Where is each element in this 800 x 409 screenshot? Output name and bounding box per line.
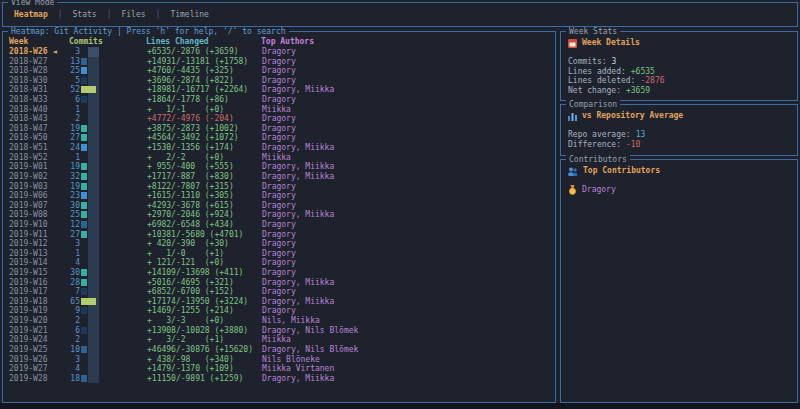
table-row[interactable]: 2019-W131+ 1/-0 (+1)Dragory [9, 249, 555, 259]
table-row[interactable]: 2019-W0730+4293/-3678 (+615)Dragory [9, 201, 555, 211]
col-header-lines: Lines Changed [146, 37, 261, 47]
heat-block [81, 375, 87, 382]
commits-cell: 1 [69, 105, 80, 115]
table-row[interactable]: 2019-W0232+1717/-887 (+830)Dragory, Miik… [9, 172, 555, 182]
table-row[interactable]: 2018-W3152+18981/-16717 (+2264)Dragory, … [9, 85, 555, 95]
lines-cell: +13908/-10028 (+3880) [147, 326, 262, 336]
heat-cell [80, 230, 102, 240]
heat-block [81, 183, 87, 190]
authors-cell: Dragory [262, 182, 555, 192]
col-header-authors: Top Authors [261, 37, 555, 47]
heat-track [88, 182, 99, 192]
heat-track [88, 220, 99, 230]
lines-cell: +6535/-2876 (+3659) [147, 47, 262, 57]
table-row[interactable]: 2019-W0119+ 955/-400 (+555)Dragory, Miik… [9, 162, 555, 172]
table-row[interactable]: 2018-W2713+14931/-13181 (+1758)Dragory [9, 57, 555, 67]
authors-cell: Dragory [262, 258, 555, 268]
tab-timeline[interactable]: Timeline [168, 10, 211, 19]
table-row[interactable]: 2018-W401+ 1/-1 (+0)Miikka [9, 105, 555, 115]
commits-cell: 65 [69, 297, 80, 307]
week-cell: 2019-W17 [9, 287, 69, 297]
contributor-item[interactable]: Dragory [568, 185, 790, 195]
table-row[interactable]: 2019-W2510+46496/-30876 (+15620)Dragory,… [9, 345, 555, 355]
commits-cell: 52 [69, 85, 80, 95]
heat-block [81, 67, 87, 74]
table-row[interactable]: 2019-W1127+10381/-5680 (+4701)Dragory [9, 230, 555, 240]
commits-cell: 2 [69, 114, 80, 124]
authors-cell: Dragory [262, 230, 555, 240]
authors-cell: Dragory, Nils Blömek [262, 326, 555, 336]
heat-track [88, 162, 99, 172]
table-row[interactable]: 2018-W26 ◄3+6535/-2876 (+3659)Dragory [9, 47, 555, 57]
contributor-name: Dragory [582, 185, 616, 195]
table-row[interactable]: 2018-W336+1864/-1778 (+86)Dragory [9, 95, 555, 105]
heat-track [88, 210, 99, 220]
tab-heatmap[interactable]: Heatmap [12, 10, 50, 19]
table-row[interactable]: 2018-W521+ 2/-2 (+0)Miikka [9, 153, 555, 163]
tab-stats[interactable]: Stats [71, 10, 99, 19]
week-cell: 2019-W02 [9, 172, 69, 182]
tab-separator: │ [58, 10, 63, 19]
authors-cell: Dragory, Miikka [262, 143, 555, 153]
table-row[interactable]: 2018-W2825+4760/-4435 (+325)Dragory [9, 66, 555, 76]
col-header-week: Week [9, 37, 69, 47]
heat-track [88, 230, 99, 240]
heat-cell [80, 355, 102, 365]
commits-cell: 25 [69, 66, 80, 76]
table-row[interactable]: 2018-W4719+3875/-2873 (+1002)Dragory [9, 124, 555, 134]
heat-track [88, 335, 99, 345]
commits-cell: 7 [69, 287, 80, 297]
heat-cell [80, 326, 102, 336]
table-row[interactable]: 2019-W1865+17174/-13950 (+3224)Dragory, … [9, 297, 555, 307]
authors-cell: Dragory [262, 114, 555, 124]
commits-cell: 5 [69, 76, 80, 86]
table-row[interactable]: 2019-W0825+2970/-2046 (+924)Dragory, Mii… [9, 210, 555, 220]
authors-cell: Dragory, Miikka [262, 162, 555, 172]
heat-track [88, 345, 99, 355]
col-header-commits: Commits [69, 37, 146, 47]
heat-track [88, 124, 99, 134]
commits-cell: 27 [69, 133, 80, 143]
table-row[interactable]: 2019-W1628+5016/-4695 (+321)Dragory, Mii… [9, 278, 555, 288]
table-row[interactable]: 2019-W0319+8122/-7807 (+315)Dragory [9, 182, 555, 192]
table-row[interactable]: 2019-W242+ 3/-2 (+1)Miikka [9, 335, 555, 345]
table-row[interactable]: 2018-W5027+4564/-3492 (+1072)Dragory [9, 133, 555, 143]
lines-cell: + 420/-390 (+30) [147, 239, 262, 249]
heatmap-rows: 2018-W26 ◄3+6535/-2876 (+3659)Dragory201… [9, 47, 555, 383]
lines-cell: +14109/-13698 (+411) [147, 268, 262, 278]
commits-cell: 30 [69, 201, 80, 211]
stat-lines-deleted: Lines deleted:-2876 [568, 76, 790, 86]
heat-cell [80, 306, 102, 316]
table-row[interactable]: 2019-W2818+11150/-9891 (+1259)Dragory, M… [9, 374, 555, 384]
table-row[interactable]: 2019-W123+ 420/-390 (+30)Dragory [9, 239, 555, 249]
lines-cell: +4293/-3678 (+615) [147, 201, 262, 211]
authors-cell: Miikka [262, 105, 555, 115]
table-row[interactable]: 2019-W216+13908/-10028 (+3880)Dragory, N… [9, 326, 555, 336]
heat-block [81, 58, 87, 65]
heat-track [88, 316, 99, 326]
lines-cell: +46496/-30876 (+15620) [147, 345, 262, 355]
table-row[interactable]: 2019-W199+1469/-1255 (+214)Dragory [9, 306, 555, 316]
commits-cell: 25 [69, 210, 80, 220]
table-row[interactable]: 2019-W202+ 3/-3 (+0)Nils, Miikka [9, 316, 555, 326]
table-row[interactable]: 2018-W432+4772/-4976 (-204)Dragory [9, 114, 555, 124]
commits-cell: 24 [69, 143, 80, 153]
table-row[interactable]: 2019-W177+6852/-6700 (+152)Dragory [9, 287, 555, 297]
lines-cell: + 1/-0 (+1) [147, 249, 262, 259]
week-cell: 2019-W28 [9, 374, 69, 384]
table-row[interactable]: 2018-W305+3696/-2874 (+822)Dragory [9, 76, 555, 86]
table-row[interactable]: 2019-W1012+6982/-6548 (+434)Dragory [9, 220, 555, 230]
table-row[interactable]: 2019-W274+1479/-1370 (+109)Miikka Virtan… [9, 364, 555, 374]
week-cell: 2019-W25 [9, 345, 69, 355]
stat-lines-added: Lines added:+6535 [568, 67, 790, 77]
lines-cell: + 121/-121 (+0) [147, 258, 262, 268]
table-row[interactable]: 2019-W1530+14109/-13698 (+411)Dragory [9, 268, 555, 278]
tab-files[interactable]: Files [119, 10, 147, 19]
table-row[interactable]: 2019-W263+ 438/-98 (+340)Nils Blöneke [9, 355, 555, 365]
table-row[interactable]: 2019-W0623+1615/-1310 (+305)Dragory [9, 191, 555, 201]
table-row[interactable]: 2019-W144+ 121/-121 (+0)Dragory [9, 258, 555, 268]
commits-cell: 28 [69, 278, 80, 288]
commits-cell: 1 [69, 249, 80, 259]
lines-cell: + 1/-1 (+0) [147, 105, 262, 115]
table-row[interactable]: 2018-W5124+1530/-1356 (+174)Dragory, Mii… [9, 143, 555, 153]
